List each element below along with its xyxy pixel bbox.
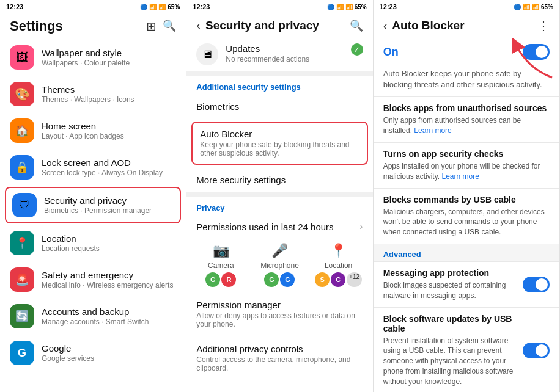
settings-item-accounts[interactable]: 🔄 Accounts and backup Manage accounts · … — [0, 298, 186, 335]
settings-item-google[interactable]: G Google Google services — [0, 335, 186, 371]
camera-apps: G R — [205, 272, 236, 287]
advanced-label: Advanced — [374, 244, 559, 261]
back-button-p3[interactable]: ‹ — [383, 19, 388, 33]
security-subtitle: Biometrics · Permission manager — [44, 206, 174, 215]
messaging-title: Messaging app protection — [383, 268, 515, 278]
safety-subtitle: Medical info · Wireless emergency alerts — [42, 281, 176, 289]
on-toggle-row: On — [374, 38, 559, 66]
safety-icon: 🚨 — [10, 267, 34, 292]
location-apps: S C +12 — [315, 272, 362, 287]
home-icon: 🏠 — [10, 118, 34, 143]
permissions-chevron: › — [359, 221, 363, 232]
permission-manager-subtitle: Allow or deny apps to access features or… — [196, 311, 363, 328]
settings-list: 🖼 Wallpaper and style Wallpapers · Colou… — [0, 39, 186, 392]
expand-icon[interactable]: ⊞ — [146, 19, 157, 34]
app-badge-6: C — [331, 272, 345, 287]
blocks-apps-link[interactable]: Learn more — [414, 126, 451, 135]
permission-manager-item[interactable]: Permission manager Allow or deny apps to… — [186, 292, 372, 336]
settings-item-lock[interactable]: 🔒 Lock screen and AOD Screen lock type ·… — [0, 149, 186, 186]
security-page-title: Security and privacy — [205, 19, 319, 32]
google-icon: G — [10, 341, 34, 365]
google-title: Google — [42, 343, 176, 354]
blocks-apps-title: Blocks apps from unauthorised sources — [383, 103, 550, 113]
permission-manager-title: Permission manager — [196, 300, 363, 310]
security-header: ‹ Security and privacy 🔍 — [186, 13, 372, 37]
time-p1: 12:23 — [6, 3, 23, 10]
location-perm-label: Location — [325, 261, 352, 270]
perm-location: 📍 Location S C +12 — [314, 243, 363, 287]
biometrics-item[interactable]: Biometrics — [186, 94, 372, 119]
app-badge-2: R — [221, 272, 236, 287]
home-title: Home screen — [42, 121, 176, 131]
app-badge-4: G — [280, 272, 295, 287]
usb-updates-subtitle: Prevent installation of system software … — [383, 336, 515, 387]
usb-updates-title: Block software updates by USB cable — [383, 314, 515, 333]
updates-subtitle: No recommended actions — [226, 55, 350, 64]
status-icons-p3: 🔵 📶 📶 65% — [514, 4, 553, 10]
permissions-icons-row: 📷 Camera G R 🎤 Microphone G G 📍 Location — [186, 238, 372, 292]
usb-commands-subtitle: Malicious chargers, computers, and other… — [383, 207, 550, 238]
more-security-item[interactable]: More security settings — [186, 167, 372, 192]
blocks-apps-subtitle: Only apps from authorised sources can be… — [383, 115, 550, 136]
app-security-title: Turns on app security checks — [383, 149, 550, 159]
app-security-section: Turns on app security checks Apps instal… — [374, 142, 559, 188]
status-bar-p3: 12:23 🔵 📶 📶 65% — [374, 0, 559, 13]
additional-privacy-item[interactable]: Additional privacy controls Control acce… — [186, 336, 372, 380]
location-icon: 📍 — [10, 231, 34, 255]
settings-item-location[interactable]: 📍 Location Location requests — [0, 225, 186, 261]
autoblocker-title: Auto Blocker — [392, 19, 464, 32]
permissions-label: Permissions used in last 24 hours — [196, 222, 333, 232]
wallpaper-title: Wallpaper and style — [42, 48, 176, 58]
autoblocker-description: Auto Blocker keeps your phone safe by bl… — [374, 66, 559, 96]
biometrics-title: Biometrics — [196, 101, 363, 112]
perm-microphone: 🎤 Microphone G G — [255, 243, 304, 287]
settings-item-wallpaper[interactable]: 🖼 Wallpaper and style Wallpapers · Colou… — [0, 39, 186, 76]
location-perm-icon: 📍 — [330, 243, 347, 259]
auto-blocker-toggle[interactable] — [523, 44, 550, 60]
themes-subtitle: Themes · Wallpapers · Icons — [42, 95, 176, 104]
additional-privacy-subtitle: Control access to the camera, microphone… — [196, 355, 363, 372]
lock-icon: 🔒 — [10, 155, 34, 180]
mic-icon: 🎤 — [271, 243, 288, 259]
blocks-apps-section: Blocks apps from unauthorised sources On… — [374, 96, 559, 142]
app-badge-3: G — [264, 272, 279, 287]
app-security-link[interactable]: Learn more — [441, 172, 479, 181]
settings-item-safety[interactable]: 🚨 Safety and emergency Medical info · Wi… — [0, 261, 186, 298]
usb-commands-title: Blocks commands by USB cable — [383, 195, 550, 205]
updates-title: Updates — [226, 43, 350, 54]
search-icon-p2[interactable]: 🔍 — [350, 19, 363, 32]
status-icons-p2: 🔵 📶 📶 65% — [327, 4, 367, 10]
app-badge-more: +12 — [347, 272, 362, 287]
more-security-title: More security settings — [196, 175, 363, 185]
home-subtitle: Layout · App icon badges — [42, 132, 176, 140]
wallpaper-icon: 🖼 — [10, 45, 34, 70]
themes-icon: 🎨 — [10, 82, 34, 106]
permissions-header-row[interactable]: Permissions used in last 24 hours › — [186, 215, 372, 238]
settings-item-themes[interactable]: 🎨 Themes Themes · Wallpapers · Icons — [0, 76, 186, 112]
lock-subtitle: Screen lock type · Always On Display — [42, 169, 176, 177]
status-bar-p1: 12:23 🔵 📶 📶 65% — [0, 0, 186, 13]
app-badge-5: S — [315, 272, 330, 287]
usb-commands-section: Blocks commands by USB cable Malicious c… — [374, 188, 559, 244]
autoblocker-content: On Auto Blocker keeps your phone safe by… — [374, 38, 559, 392]
more-options-icon[interactable]: ⋮ — [537, 18, 550, 33]
search-icon[interactable]: 🔍 — [163, 19, 176, 34]
usb-updates-toggle[interactable] — [523, 343, 550, 358]
wallpaper-subtitle: Wallpapers · Colour palette — [42, 59, 176, 67]
autoblocker-header: ‹ Auto Blocker ⋮ — [374, 13, 559, 38]
auto-blocker-subtitle: Keep your phone safe by blocking threats… — [200, 140, 359, 158]
panel3-autoblocker: 12:23 🔵 📶 📶 65% ‹ Auto Blocker ⋮ On Auto — [374, 0, 560, 392]
privacy-label: Privacy — [186, 197, 372, 215]
auto-blocker-item[interactable]: Auto Blocker Keep your phone safe by blo… — [191, 122, 367, 165]
usb-updates-row: Block software updates by USB cable Prev… — [374, 307, 559, 392]
lock-title: Lock screen and AOD — [42, 158, 176, 168]
security-content: 🖥 Updates No recommended actions ✓ Addit… — [186, 37, 372, 392]
settings-item-home[interactable]: 🏠 Home screen Layout · App icon badges — [0, 112, 186, 149]
messaging-toggle[interactable] — [523, 277, 550, 292]
updates-row[interactable]: 🖥 Updates No recommended actions ✓ — [186, 37, 372, 71]
time-p3: 12:23 — [380, 3, 397, 10]
back-button-p2[interactable]: ‹ — [196, 18, 201, 32]
settings-item-security[interactable]: 🛡 Security and privacy Biometrics · Perm… — [5, 187, 181, 223]
mic-apps: G G — [264, 272, 295, 287]
settings-header: Settings ⊞ 🔍 — [0, 13, 186, 39]
